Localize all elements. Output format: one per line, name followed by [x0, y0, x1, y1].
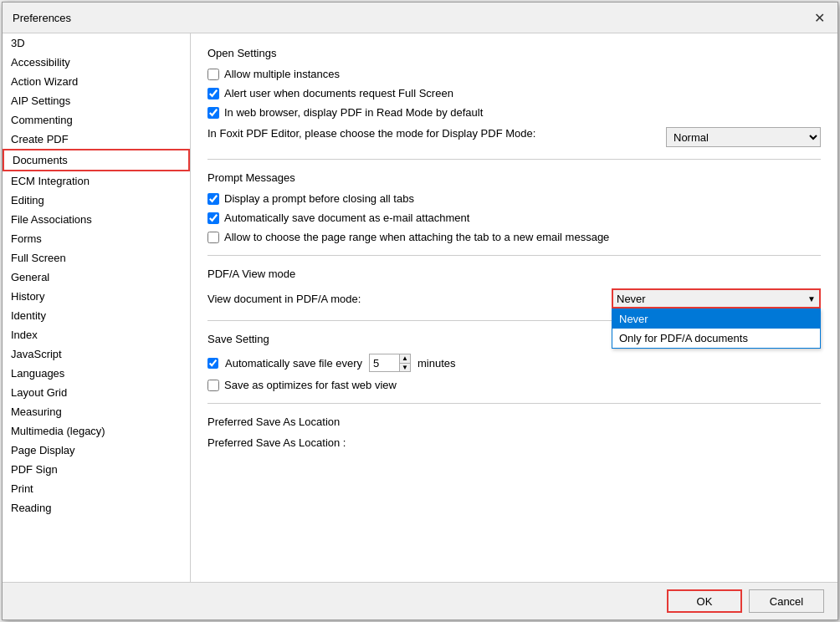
- display-prompt-closing-row: Display a prompt before closing all tabs: [207, 192, 821, 205]
- cancel-button[interactable]: Cancel: [749, 589, 824, 613]
- sidebar-item-languages[interactable]: Languages: [3, 364, 190, 383]
- allow-page-range-label: Allow to choose the page range when atta…: [224, 231, 609, 243]
- divider-2: [207, 255, 821, 256]
- sidebar-item-commenting[interactable]: Commenting: [3, 110, 190, 130]
- ok-button[interactable]: OK: [667, 589, 742, 613]
- sidebar-item-ecm-integration[interactable]: ECM Integration: [3, 171, 190, 191]
- pdfa-view-mode-header: PDF/A View mode: [207, 268, 821, 280]
- sidebar-item-aip-settings[interactable]: AIP Settings: [3, 91, 190, 110]
- sidebar-item-action-wizard[interactable]: Action Wizard: [3, 72, 190, 91]
- sidebar: 3DAccessibilityAction WizardAIP Settings…: [3, 33, 191, 582]
- title-bar: Preferences ✕: [3, 3, 837, 33]
- prompt-messages-section: Prompt Messages Display a prompt before …: [207, 171, 821, 243]
- fast-web-view-label: Save as optimizes for fast web view: [224, 379, 397, 391]
- auto-save-email-row: Automatically save document as e-mail at…: [207, 212, 821, 224]
- autosave-increment-button[interactable]: ▲: [400, 354, 410, 364]
- content-area: Open Settings Allow multiple instances A…: [191, 33, 837, 582]
- pdfa-dropdown[interactable]: Never ▼: [612, 288, 821, 308]
- sidebar-item-history[interactable]: History: [3, 287, 190, 306]
- display-pdf-mode-dropdown[interactable]: Normal Full Screen Read Mode: [666, 127, 821, 147]
- sidebar-item-documents[interactable]: Documents: [3, 149, 190, 171]
- divider-4: [207, 403, 821, 404]
- sidebar-item-3d[interactable]: 3D: [3, 33, 190, 53]
- preferred-save-section: Preferred Save As Location Preferred Sav…: [207, 416, 821, 456]
- autosave-unit-label: minutes: [417, 357, 456, 370]
- display-prompt-closing-checkbox[interactable]: [207, 193, 219, 205]
- preferred-save-section-header: Preferred Save As Location: [207, 416, 821, 428]
- sidebar-item-layout-grid[interactable]: Layout Grid: [3, 383, 190, 402]
- open-settings-header: Open Settings: [207, 47, 821, 59]
- allow-page-range-row: Allow to choose the page range when atta…: [207, 231, 821, 243]
- display-pdf-mode-text: In Foxit PDF Editor, please choose the m…: [207, 127, 658, 140]
- auto-save-email-label: Automatically save document as e-mail at…: [224, 212, 469, 224]
- sidebar-item-create-pdf[interactable]: Create PDF: [3, 130, 190, 149]
- prompt-messages-header: Prompt Messages: [207, 171, 821, 184]
- fast-web-view-row: Save as optimizes for fast web view: [207, 379, 821, 391]
- auto-save-email-checkbox[interactable]: [207, 212, 219, 224]
- autosave-number-arrows: ▲ ▼: [399, 354, 410, 371]
- sidebar-item-measuring[interactable]: Measuring: [3, 402, 190, 421]
- preferred-save-label: Preferred Save As Location :: [207, 436, 346, 449]
- pdfa-dropdown-arrow: ▼: [807, 294, 816, 303]
- alert-full-screen-row: Alert user when documents request Full S…: [207, 87, 821, 99]
- web-browser-read-mode-label: In web browser, display PDF in Read Mode…: [224, 106, 483, 119]
- alert-full-screen-checkbox[interactable]: [207, 88, 219, 99]
- sidebar-item-page-display[interactable]: Page Display: [3, 441, 190, 460]
- sidebar-item-editing[interactable]: Editing: [3, 191, 190, 210]
- allow-page-range-checkbox[interactable]: [207, 232, 219, 243]
- pdfa-view-document-label: View document in PDF/A mode:: [207, 293, 603, 305]
- autosave-row: Automatically save file every 5 ▲ ▼ minu…: [207, 354, 821, 372]
- sidebar-item-javascript[interactable]: JavaScript: [3, 344, 190, 364]
- preferences-dialog: Preferences ✕ 3DAccessibilityAction Wiza…: [2, 2, 838, 620]
- pdfa-dropdown-wrapper: Never ▼ Never Only for PDF/A documents: [612, 288, 821, 308]
- sidebar-item-multimedia-(legacy)[interactable]: Multimedia (legacy): [3, 421, 190, 441]
- autosave-decrement-button[interactable]: ▼: [400, 364, 410, 372]
- dialog-footer: OK Cancel: [3, 582, 837, 619]
- open-settings-section: Open Settings Allow multiple instances A…: [207, 47, 821, 147]
- divider-1: [207, 159, 821, 160]
- pdfa-dropdown-popup: Never Only for PDF/A documents: [612, 308, 821, 349]
- display-prompt-closing-label: Display a prompt before closing all tabs: [224, 192, 414, 205]
- sidebar-item-file-associations[interactable]: File Associations: [3, 210, 190, 229]
- sidebar-item-index[interactable]: Index: [3, 325, 190, 344]
- pdfa-dropdown-value: Never: [617, 293, 646, 305]
- sidebar-item-identity[interactable]: Identity: [3, 306, 190, 325]
- alert-full-screen-label: Alert user when documents request Full S…: [224, 87, 453, 99]
- close-button[interactable]: ✕: [811, 9, 827, 26]
- sidebar-item-full-screen[interactable]: Full Screen: [3, 248, 190, 268]
- sidebar-item-print[interactable]: Print: [3, 479, 190, 498]
- pdfa-option-only-pdfa[interactable]: Only for PDF/A documents: [612, 329, 820, 348]
- sidebar-item-forms[interactable]: Forms: [3, 229, 190, 248]
- dialog-title: Preferences: [13, 12, 71, 24]
- display-pdf-mode-row: In Foxit PDF Editor, please choose the m…: [207, 127, 821, 147]
- pdfa-option-never[interactable]: Never: [612, 309, 820, 329]
- autosave-label: Automatically save file every: [225, 357, 362, 370]
- sidebar-item-reading[interactable]: Reading: [3, 498, 190, 517]
- sidebar-item-general[interactable]: General: [3, 268, 190, 287]
- autosave-number-input-box: 5 ▲ ▼: [369, 354, 411, 372]
- web-browser-read-mode-checkbox[interactable]: [207, 107, 219, 119]
- preferred-save-value-row: Preferred Save As Location :: [207, 436, 821, 456]
- autosave-checkbox[interactable]: [207, 358, 218, 369]
- allow-multiple-instances-row: Allow multiple instances: [207, 68, 821, 80]
- pdfa-view-mode-section: PDF/A View mode View document in PDF/A m…: [207, 268, 821, 308]
- sidebar-item-accessibility[interactable]: Accessibility: [3, 53, 190, 72]
- autosave-number-value: 5: [370, 357, 399, 370]
- fast-web-view-checkbox[interactable]: [207, 380, 219, 391]
- allow-multiple-instances-label: Allow multiple instances: [224, 68, 340, 80]
- web-browser-read-mode-row: In web browser, display PDF in Read Mode…: [207, 106, 821, 119]
- sidebar-item-pdf-sign[interactable]: PDF Sign: [3, 460, 190, 479]
- dialog-body: 3DAccessibilityAction WizardAIP Settings…: [3, 33, 837, 582]
- allow-multiple-instances-checkbox[interactable]: [207, 69, 219, 80]
- pdfa-view-document-row: View document in PDF/A mode: Never ▼ Nev…: [207, 288, 821, 308]
